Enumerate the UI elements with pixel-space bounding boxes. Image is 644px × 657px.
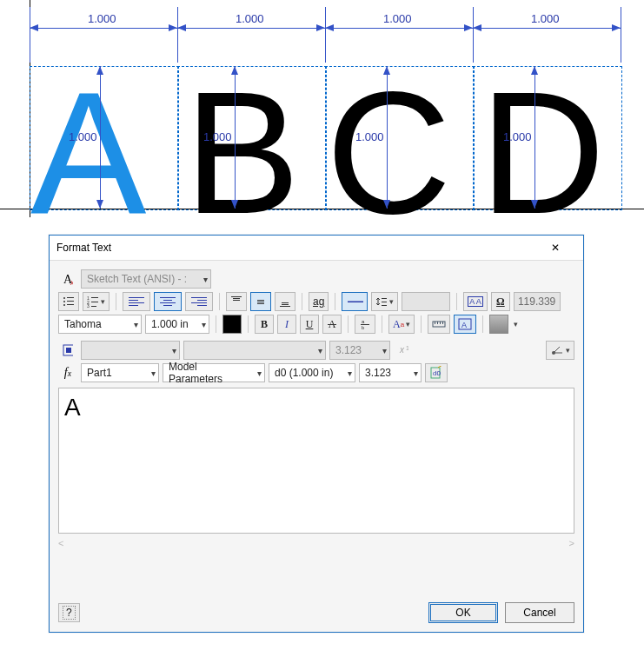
svg-text:1: 1 — [406, 345, 408, 351]
svg-rect-17 — [257, 300, 264, 301]
italic-button[interactable]: I — [277, 315, 296, 334]
dimension-label[interactable]: 1.000 — [531, 12, 560, 25]
character-format-button[interactable]: Aa▾ — [388, 315, 415, 334]
svg-rect-5 — [67, 301, 74, 302]
text-style-dropdown[interactable]: Sketch Text (ANSI) - :▾ — [81, 269, 211, 289]
component-dropdown-2[interactable]: ▾ — [183, 341, 326, 360]
axis-horizontal — [0, 209, 644, 209]
text-frame-button[interactable]: A — [454, 315, 476, 334]
ok-button[interactable]: OK — [428, 602, 498, 623]
text-editor[interactable] — [58, 388, 574, 534]
align-center-button[interactable] — [154, 292, 182, 311]
svg-rect-20 — [282, 302, 289, 303]
insert-property-button-disabled: x1 — [394, 341, 413, 360]
case-toggle-button[interactable]: ag — [309, 292, 329, 311]
sketch-glyph[interactable]: A — [30, 66, 146, 240]
svg-rect-16 — [233, 300, 240, 301]
glyph-bounding-box — [473, 66, 622, 210]
insert-parameter-button[interactable]: d0 — [425, 363, 448, 382]
sketch-glyph[interactable]: D — [480, 66, 605, 240]
dimension-label[interactable]: 1.000 — [383, 12, 412, 25]
rotation-button[interactable]: ▾ — [546, 341, 574, 360]
glyph-bounding-box — [177, 66, 327, 210]
underline-button[interactable]: U — [300, 315, 319, 334]
background-color-more[interactable]: ▾ — [514, 320, 518, 328]
spacing-readout: 119.339 — [514, 292, 561, 311]
glyph-bounding-box — [30, 66, 179, 210]
param-scope-dropdown[interactable]: Model Parameters▾ — [163, 363, 265, 382]
sketch-glyph[interactable]: C — [326, 66, 451, 240]
dimension-label[interactable]: 1.000 — [88, 12, 116, 25]
omega-symbol-button[interactable]: Ω — [491, 292, 510, 311]
svg-rect-38 — [66, 348, 71, 353]
svg-rect-31 — [435, 322, 435, 324]
param-precision-dropdown[interactable]: 3.123▾ — [359, 363, 422, 382]
dimension-label[interactable]: 1.000 — [69, 130, 97, 143]
close-button[interactable]: ✕ — [550, 237, 576, 258]
component-dropdown-1[interactable]: ▾ — [81, 341, 180, 360]
valign-bottom-button[interactable] — [275, 292, 295, 311]
svg-text:A: A — [461, 321, 467, 329]
strikethrough-button[interactable]: A — [322, 315, 342, 334]
font-color-swatch[interactable] — [222, 315, 242, 334]
font-family-dropdown[interactable]: Tahoma▾ — [58, 315, 142, 334]
close-icon: ✕ — [551, 242, 575, 254]
dimension-label[interactable]: 1.000 — [355, 130, 384, 143]
valign-top-button[interactable] — [226, 292, 247, 311]
svg-rect-14 — [231, 296, 242, 297]
svg-text:b: b — [362, 325, 365, 330]
scroll-right-hint: > — [569, 538, 574, 548]
svg-text:x: x — [70, 278, 73, 286]
dimension-label[interactable]: 1.000 — [203, 130, 232, 143]
svg-text:a: a — [362, 319, 365, 324]
text-box-fit-button[interactable]: A A — [463, 292, 488, 311]
dialog-titlebar[interactable]: Format Text ✕ — [50, 236, 583, 261]
ruler-toggle-button[interactable] — [428, 315, 450, 334]
align-left-button[interactable] — [123, 292, 150, 311]
component-icon — [58, 341, 77, 360]
glyph-bounding-box — [325, 66, 475, 210]
svg-rect-18 — [257, 302, 264, 302]
precision-disabled-dropdown[interactable]: 3.123▾ — [329, 341, 390, 360]
valign-middle-button[interactable] — [250, 292, 271, 311]
font-size-dropdown[interactable]: 1.000 in▾ — [145, 315, 209, 334]
single-line-button[interactable] — [342, 292, 368, 311]
svg-rect-15 — [233, 298, 240, 299]
svg-rect-24 — [382, 298, 387, 299]
svg-text:3: 3 — [87, 303, 90, 308]
line-spacing-button[interactable]: ▾ — [371, 292, 398, 311]
svg-rect-25 — [382, 302, 387, 302]
sketch-glyph[interactable]: B — [184, 66, 300, 240]
spacing-value-field — [402, 292, 450, 311]
param-source-dropdown[interactable]: Part1▾ — [81, 363, 159, 382]
text-style-icon: Ax — [58, 269, 77, 289]
svg-point-4 — [63, 301, 65, 302]
svg-rect-9 — [91, 297, 98, 298]
svg-rect-7 — [67, 304, 74, 305]
number-list-button[interactable]: 123▾ — [83, 292, 110, 311]
background-color-swatch[interactable] — [489, 315, 508, 334]
dimension-label[interactable]: 1.000 — [236, 12, 264, 25]
svg-text:d0: d0 — [433, 369, 441, 377]
align-right-button[interactable] — [185, 292, 213, 311]
svg-rect-23 — [348, 302, 363, 303]
param-name-dropdown[interactable]: d0 (1.000 in)▾ — [269, 363, 355, 382]
svg-point-6 — [63, 304, 65, 306]
svg-rect-26 — [382, 305, 387, 306]
stacked-fraction-button[interactable]: ab — [355, 315, 375, 334]
bold-button[interactable]: B — [255, 315, 274, 334]
fx-icon: fx — [58, 363, 77, 382]
format-text-dialog: Format Text ✕ Ax Sketch Text (ANSI) - :▾… — [49, 235, 584, 633]
svg-rect-11 — [91, 302, 98, 302]
dimension-label[interactable]: 1.000 — [503, 130, 532, 143]
svg-rect-34 — [442, 322, 443, 324]
bullet-list-button[interactable] — [58, 292, 79, 311]
svg-rect-13 — [91, 306, 96, 307]
sketch-canvas[interactable]: ABCD1.0001.0001.0001.0001.0001.0001.0001… — [0, 0, 644, 217]
svg-point-2 — [63, 297, 65, 299]
svg-rect-32 — [437, 322, 438, 324]
cancel-button[interactable]: Cancel — [505, 602, 574, 623]
dialog-title: Format Text — [56, 242, 550, 254]
help-button[interactable]: ? — [58, 603, 80, 622]
scroll-left-hint: < — [58, 538, 63, 548]
